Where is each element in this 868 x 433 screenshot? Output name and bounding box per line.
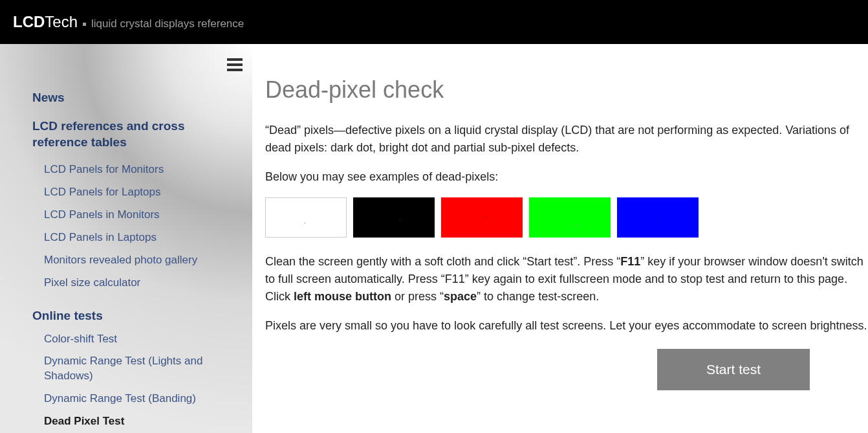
sidebar-link-color-shift[interactable]: Color-shift Test [44, 332, 233, 347]
sidebar-link-panels-in-monitors[interactable]: LCD Panels in Monitors [44, 208, 233, 223]
main-content: Dead-pixel check “Dead” pixels—defective… [252, 44, 868, 433]
sidebar-link-panels-monitors[interactable]: LCD Panels for Monitors [44, 162, 233, 177]
logo-dot [83, 23, 86, 26]
sidebar-nav: News LCD references and cross reference … [32, 89, 233, 433]
sidebar-reference-sublist: LCD Panels for Monitors LCD Panels for L… [44, 162, 233, 291]
sidebar-link-dynamic-range-lights[interactable]: Dynamic Range Test (Lights and Shadows) [44, 354, 233, 384]
dead-pixel-swatches [265, 197, 868, 238]
left-mouse-button-label: left mouse button [294, 290, 391, 303]
space-key-label: space [444, 290, 477, 303]
instructions-paragraph: Clean the screen gently with a soft clot… [265, 253, 868, 305]
examples-lead: Below you may see examples of dead-pixel… [265, 168, 868, 186]
sidebar-link-panels-laptops[interactable]: LCD Panels for Laptops [44, 185, 233, 200]
swatch-black [353, 197, 435, 238]
sidebar-link-dynamic-range-banding[interactable]: Dynamic Range Test (Banding) [44, 392, 233, 406]
site-logo[interactable]: LCDTech liquid crystal displays referenc… [13, 13, 244, 31]
sidebar-link-panels-in-laptops[interactable]: LCD Panels in Laptops [44, 230, 233, 245]
logo-tagline: liquid crystal displays reference [91, 17, 244, 30]
sidebar-link-pixel-calculator[interactable]: Pixel size calculator [44, 276, 233, 291]
site-header: LCDTech liquid crystal displays referenc… [0, 0, 868, 44]
swatch-blue [617, 197, 699, 238]
page-title: Dead-pixel check [265, 76, 868, 104]
sidebar: News LCD references and cross reference … [0, 44, 252, 433]
swatch-red [441, 197, 523, 238]
swatch-white [265, 197, 347, 238]
sidebar-link-dead-pixel-test[interactable]: Dead Pixel Test [44, 414, 233, 429]
menu-toggle-icon[interactable] [227, 58, 243, 71]
sidebar-link-news[interactable]: News [32, 89, 233, 106]
start-test-button[interactable]: Start test [657, 349, 810, 390]
swatch-green [529, 197, 611, 238]
intro-paragraph: “Dead” pixels—defective pixels on a liqu… [265, 122, 868, 157]
sidebar-link-references[interactable]: LCD references and cross reference table… [32, 118, 233, 151]
f11-key: F11 [620, 255, 640, 268]
logo-text: LCDTech [13, 13, 78, 31]
sidebar-heading-online-tests: Online tests [32, 309, 233, 323]
tip-paragraph: Pixels are very small so you have to loo… [265, 317, 868, 335]
sidebar-link-photo-gallery[interactable]: Monitors revealed photo gallery [44, 253, 233, 268]
sidebar-tests-sublist: Color-shift Test Dynamic Range Test (Lig… [44, 332, 233, 433]
